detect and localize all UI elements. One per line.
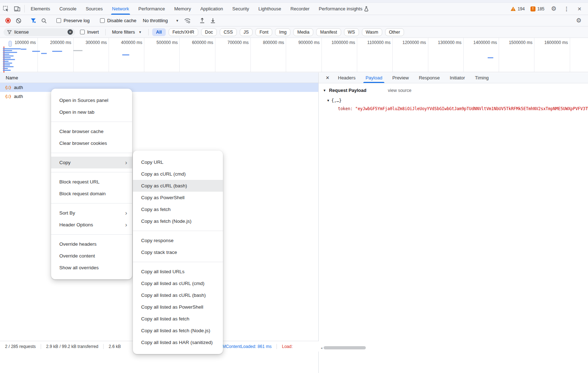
table-row[interactable]: {;} auth — [0, 92, 318, 101]
request-type-chip[interactable]: All — [152, 28, 166, 36]
panel-tab[interactable]: Network — [108, 3, 134, 15]
chip-label: Other — [389, 30, 400, 35]
context-menu-item[interactable]: Copy › — [51, 157, 132, 168]
context-menu-item[interactable]: Header Options › — [51, 219, 132, 231]
panel-tab[interactable]: Application — [196, 3, 228, 15]
request-type-chip[interactable]: Other — [385, 28, 404, 36]
collapse-triangle-icon[interactable]: ▼ — [327, 99, 329, 102]
panel-tab[interactable]: Sources — [81, 3, 108, 15]
submenu-item[interactable]: Copy as cURL (cmd) — [133, 168, 223, 180]
invert-filter-checkbox[interactable]: Invert — [77, 29, 102, 35]
collapse-triangle-icon[interactable]: ▼ — [323, 89, 326, 92]
preserve-log-checkbox[interactable]: Preserve log — [54, 18, 93, 23]
detail-tab[interactable]: Initiator — [445, 73, 470, 83]
request-type-chip[interactable]: Media — [293, 28, 313, 36]
submenu-item[interactable]: Copy stack trace — [133, 246, 223, 258]
request-type-chip[interactable]: WS — [344, 28, 359, 36]
request-type-chip[interactable]: Doc — [201, 28, 217, 36]
request-type-chip[interactable]: Manifest — [316, 28, 341, 36]
submenu-item[interactable]: Copy as cURL (bash) — [133, 180, 223, 192]
request-type-chip[interactable]: Img — [275, 28, 290, 36]
context-menu-item[interactable]: Override content — [51, 250, 132, 262]
detail-tab[interactable]: Response — [414, 73, 445, 83]
settings-gear-icon[interactable]: ⚙ — [548, 5, 559, 13]
export-har-icon[interactable] — [208, 16, 218, 25]
submenu-item[interactable]: Copy all listed as fetch (Node.js) — [133, 325, 223, 337]
submenu-item[interactable]: Copy all listed as HAR (sanitized) — [133, 337, 223, 348]
device-toolbar-icon[interactable] — [11, 3, 23, 15]
kebab-menu-icon[interactable]: ⋮ — [561, 6, 572, 12]
panel-tab[interactable]: Security — [228, 3, 254, 15]
menu-item-label: Copy as cURL (cmd) — [141, 171, 186, 177]
submenu-item[interactable]: Copy response — [133, 235, 223, 246]
menu-item-label: Copy as fetch (Node.js) — [141, 219, 191, 224]
scrollbar-thumb[interactable] — [324, 346, 366, 349]
submenu-item[interactable]: Copy all listed as fetch — [133, 313, 223, 325]
context-menu-item[interactable]: Show all overrides — [51, 262, 132, 274]
context-menu-item[interactable]: Sort By › — [51, 207, 132, 219]
context-menu-item[interactable]: Open in Sources panel — [51, 94, 132, 106]
request-type-chip[interactable]: CSS — [220, 28, 237, 36]
request-type-chip[interactable]: Font — [255, 28, 272, 36]
submenu-item[interactable]: Copy all listed as cURL (cmd) — [133, 278, 223, 289]
issues-badge[interactable]: ! 185 — [528, 6, 547, 11]
submenu-item[interactable]: Copy as fetch (Node.js) — [133, 215, 223, 227]
horizontal-scrollbar[interactable]: ◂ — [319, 345, 587, 350]
chip-label: JS — [244, 30, 249, 35]
detail-tab[interactable]: Preview — [387, 73, 414, 83]
context-menu-item[interactable]: Clear browser cookies — [51, 137, 132, 149]
panel-tab[interactable]: Performance — [134, 3, 169, 15]
panel-tab[interactable]: Elements — [26, 3, 55, 15]
submenu-item[interactable]: Copy as PowerShell — [133, 192, 223, 203]
submenu-item[interactable]: Copy as fetch — [133, 203, 223, 215]
object-preview: {,…} — [331, 98, 342, 103]
request-type-chip[interactable]: Fetch/XHR — [169, 28, 198, 36]
submenu-item[interactable]: Copy all listed URLs — [133, 266, 223, 278]
panel-tab[interactable]: Memory — [170, 3, 196, 15]
close-detail-pane-icon[interactable]: ✕ — [322, 73, 333, 83]
search-icon[interactable] — [39, 16, 49, 25]
menu-item-label: Copy stack trace — [141, 250, 177, 255]
panel-tab[interactable]: Performance insights — [314, 3, 373, 15]
scroll-left-arrow-icon[interactable]: ◂ — [319, 346, 324, 350]
import-har-icon[interactable] — [197, 16, 207, 25]
record-network-log-button[interactable] — [3, 16, 13, 25]
request-type-chip[interactable]: Wasm — [362, 28, 382, 36]
panel-tab[interactable]: Console — [55, 3, 81, 15]
devtools-tabbar: Elements Console Sources Network Perform… — [0, 3, 588, 15]
inspect-element-icon[interactable] — [0, 3, 11, 15]
timeline-tick: 1100000 ms — [357, 38, 393, 72]
context-menu-item[interactable]: Block request URL — [51, 176, 132, 188]
submenu-item[interactable]: Copy all listed as PowerShell — [133, 301, 223, 313]
more-filters-dropdown[interactable]: More filters ▼ — [109, 29, 145, 35]
scrollbar-track[interactable] — [324, 346, 587, 350]
submenu-item[interactable]: Copy URL — [133, 156, 223, 168]
filter-input[interactable]: license ✕ — [4, 28, 75, 36]
context-menu-item[interactable]: Clear browser cache — [51, 126, 132, 137]
network-overview-timeline[interactable]: 100000 ms 200000 ms 300000 ms 400000 ms … — [0, 38, 588, 72]
name-column-header[interactable]: Name — [0, 73, 318, 83]
disable-cache-checkbox[interactable]: Disable cache — [97, 18, 139, 23]
detail-tab[interactable]: Payload — [360, 73, 387, 83]
clear-network-log-button[interactable] — [14, 16, 24, 25]
view-source-link[interactable]: view source — [388, 88, 412, 93]
panel-tab[interactable]: Recorder — [286, 3, 314, 15]
panel-tab[interactable]: Lighthouse — [254, 3, 286, 15]
filter-text-value[interactable]: license — [14, 29, 65, 35]
console-warnings-badge[interactable]: 194 — [508, 6, 527, 11]
filter-toggle-icon[interactable] — [28, 16, 38, 25]
context-menu-item[interactable]: Block request domain — [51, 188, 132, 200]
close-devtools-icon[interactable]: ✕ — [574, 6, 585, 12]
detail-tab[interactable]: Timing — [470, 73, 494, 83]
throttling-select[interactable]: No throttling ▼ — [140, 18, 182, 23]
timeline-range-handle[interactable] — [9, 41, 12, 47]
submenu-item[interactable]: Copy all listed as cURL (bash) — [133, 289, 223, 301]
detail-tab[interactable]: Headers — [333, 73, 360, 83]
clear-filter-icon[interactable]: ✕ — [68, 29, 73, 35]
context-menu-item[interactable]: Open in new tab — [51, 106, 132, 118]
context-menu-item[interactable]: Override headers — [51, 238, 132, 250]
network-conditions-icon[interactable] — [183, 16, 193, 25]
request-type-chip[interactable]: JS — [240, 28, 253, 36]
table-row[interactable]: {;} auth — [0, 83, 318, 92]
network-settings-gear-icon[interactable]: ⚙ — [574, 16, 584, 25]
